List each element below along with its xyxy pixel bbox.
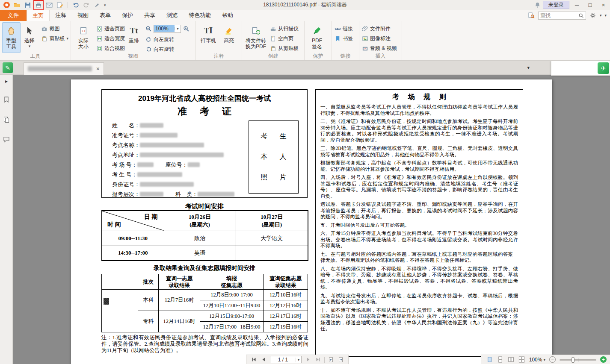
pdf-page[interactable]: 2019年河北省成人高校招生全国统一考试 准 考 证 姓 名： 准考证号： 考点… bbox=[71, 79, 552, 364]
image-annotation-button[interactable]: 图像标注 bbox=[361, 35, 397, 42]
bookmarks-panel-icon[interactable] bbox=[0, 96, 13, 103]
zoom-in-icon[interactable] bbox=[183, 25, 190, 32]
film-icon bbox=[361, 45, 368, 52]
rotate-left-button[interactable]: 向左旋转 bbox=[145, 35, 190, 43]
clipboard-dropdown-icon[interactable]: ▾ bbox=[66, 37, 68, 40]
document-tab[interactable]: × bbox=[24, 62, 104, 75]
next-page-button[interactable] bbox=[305, 356, 311, 363]
highlight-button[interactable]: 高亮 bbox=[219, 22, 239, 53]
compose-page-icon[interactable] bbox=[56, 1, 64, 9]
search-input[interactable]: 查找 bbox=[538, 12, 586, 20]
open-file-icon[interactable] bbox=[13, 1, 21, 9]
floating-widget-green-icon[interactable]: ✈ bbox=[598, 62, 609, 74]
zoom-slider-thumb[interactable] bbox=[572, 357, 574, 363]
search-icon[interactable] bbox=[578, 13, 584, 18]
zoom-dropdown-icon[interactable]: ▾ bbox=[175, 27, 181, 30]
notification-bell-icon[interactable] bbox=[533, 1, 541, 9]
first-page-button[interactable] bbox=[250, 356, 257, 363]
login-button[interactable]: 未登录 bbox=[543, 1, 569, 9]
from-clipboard-button[interactable]: 从剪贴板 bbox=[269, 44, 299, 52]
page-number-input[interactable]: 1 / 1 ▾ bbox=[270, 356, 302, 363]
hand-tool-button[interactable]: 手型工具 bbox=[2, 22, 21, 53]
field-value-level-redacted bbox=[140, 192, 163, 197]
snapshot-button[interactable]: 截图 bbox=[41, 25, 68, 32]
tab-view[interactable]: 视图 bbox=[72, 10, 94, 21]
prev-view-button[interactable] bbox=[328, 356, 335, 363]
redo-icon[interactable] bbox=[83, 1, 90, 9]
file-menu-button[interactable]: 文件 bbox=[0, 10, 27, 21]
tab-browse[interactable]: 浏览 bbox=[161, 10, 183, 21]
typewriter-button[interactable]: TⅠ 打字机 bbox=[198, 22, 219, 53]
field-label-ticket-no: 准考证号： bbox=[112, 132, 140, 139]
signature-panel-icon[interactable]: ✎ bbox=[3, 62, 13, 73]
minimize-button[interactable]: ─ bbox=[571, 1, 583, 9]
rotate-right-button[interactable]: 向右旋转 bbox=[145, 45, 190, 53]
bookmark-button[interactable]: 书签 bbox=[334, 35, 353, 42]
panel-expand-icon[interactable]: ▸ bbox=[0, 78, 13, 84]
clipboard-button[interactable]: 剪贴板 ▾ bbox=[41, 35, 68, 42]
tab-form[interactable]: 表单 bbox=[94, 10, 116, 21]
tab-home[interactable]: 主页 bbox=[27, 10, 50, 21]
actual-size-button[interactable]: 1:1 实际大小 bbox=[73, 22, 94, 53]
reflow-button[interactable]: Tt 重排 bbox=[125, 22, 143, 53]
fit-width-button[interactable]: 适合宽度 bbox=[96, 35, 125, 42]
prev-page-button[interactable] bbox=[260, 356, 267, 363]
settings-gear-icon[interactable] bbox=[589, 12, 597, 19]
tab-close-icon[interactable]: × bbox=[96, 66, 100, 72]
zoom-level-value: 100% bbox=[154, 25, 175, 32]
pdf-sign-button[interactable]: PDF签名 bbox=[307, 22, 327, 53]
collapse-ribbon-icon[interactable]: ▾ bbox=[604, 13, 607, 18]
foxit-logo-icon[interactable] bbox=[3, 1, 10, 9]
group-label-view: 视图 bbox=[71, 53, 195, 60]
qat-dropdown-icon[interactable]: ▾ bbox=[104, 3, 106, 7]
floating-widget[interactable]: ✈ bbox=[551, 61, 610, 76]
zoom-out-button[interactable]: − bbox=[549, 356, 556, 363]
single-page-mode-button[interactable] bbox=[486, 356, 493, 363]
tab-help[interactable]: 帮助 bbox=[216, 10, 239, 21]
email-icon[interactable] bbox=[45, 1, 53, 9]
audio-video-button[interactable]: 音频 & 视频 bbox=[361, 44, 397, 52]
continuous-mode-button[interactable] bbox=[497, 356, 504, 363]
blank-page-button[interactable]: * 空白页 bbox=[269, 35, 299, 42]
tab-features[interactable]: 特色功能 bbox=[183, 10, 216, 21]
maximize-button[interactable]: □ bbox=[584, 1, 596, 9]
format-brush-icon[interactable] bbox=[93, 1, 101, 9]
tab-list-dropdown-icon[interactable]: ▾ bbox=[527, 65, 530, 70]
tab-protect[interactable]: 保护 bbox=[116, 10, 139, 21]
last-page-button[interactable] bbox=[314, 356, 321, 363]
camera-icon bbox=[41, 25, 47, 32]
group-label-insert: 插入 bbox=[359, 53, 402, 60]
select-tool-button[interactable]: 选择 ▾ bbox=[21, 22, 39, 53]
continuous-facing-mode-button[interactable] bbox=[518, 356, 525, 363]
admission-fill-header: 填报征集志愿 bbox=[200, 274, 264, 290]
link-button[interactable]: 链接 bbox=[334, 25, 353, 32]
facing-mode-button[interactable] bbox=[508, 356, 515, 363]
zoom-percent-dropdown[interactable]: 100% ▾ bbox=[529, 357, 545, 363]
fit-page-button[interactable]: 适合页面 bbox=[96, 25, 125, 32]
save-icon[interactable] bbox=[24, 1, 32, 9]
fit-visible-button[interactable]: 适合视图 bbox=[96, 44, 125, 52]
pages-panel-icon[interactable] bbox=[0, 116, 13, 123]
comments-panel-icon[interactable] bbox=[0, 136, 13, 143]
from-scanner-button[interactable]: 从扫描仪 bbox=[269, 25, 299, 32]
convert-to-pdf-button[interactable]: 将文件转换为PDF bbox=[244, 22, 267, 53]
admission-section-title: 录取结果查询及征集志愿填报时间安排 bbox=[101, 264, 308, 272]
undo-icon[interactable] bbox=[72, 1, 80, 9]
tab-comment[interactable]: 注释 bbox=[50, 10, 72, 21]
file-attachment-button[interactable]: 文件附件 bbox=[361, 25, 397, 32]
zoom-slider[interactable] bbox=[560, 356, 596, 363]
tab-share[interactable]: 共享 bbox=[139, 10, 161, 21]
next-view-button[interactable] bbox=[338, 356, 344, 363]
zoom-in-button[interactable]: + bbox=[600, 356, 607, 363]
settings-dropdown-icon[interactable]: ▾ bbox=[600, 13, 602, 18]
page-dropdown-icon[interactable]: ▾ bbox=[296, 358, 301, 362]
close-button[interactable]: × bbox=[598, 1, 609, 9]
document-canvas[interactable]: 2019年河北省成人高校招生全国统一考试 准 考 证 姓 名： 准考证号： 考点… bbox=[13, 75, 610, 364]
zoom-out-icon[interactable] bbox=[145, 25, 152, 32]
field-value-category-redacted bbox=[198, 192, 234, 197]
print-icon[interactable] bbox=[35, 1, 42, 9]
select-dropdown-icon[interactable]: ▾ bbox=[29, 44, 31, 48]
search-document-icon[interactable] bbox=[527, 12, 535, 19]
from-clipboard-icon bbox=[269, 45, 276, 52]
zoom-level-input[interactable]: 100% ▾ bbox=[154, 25, 181, 33]
